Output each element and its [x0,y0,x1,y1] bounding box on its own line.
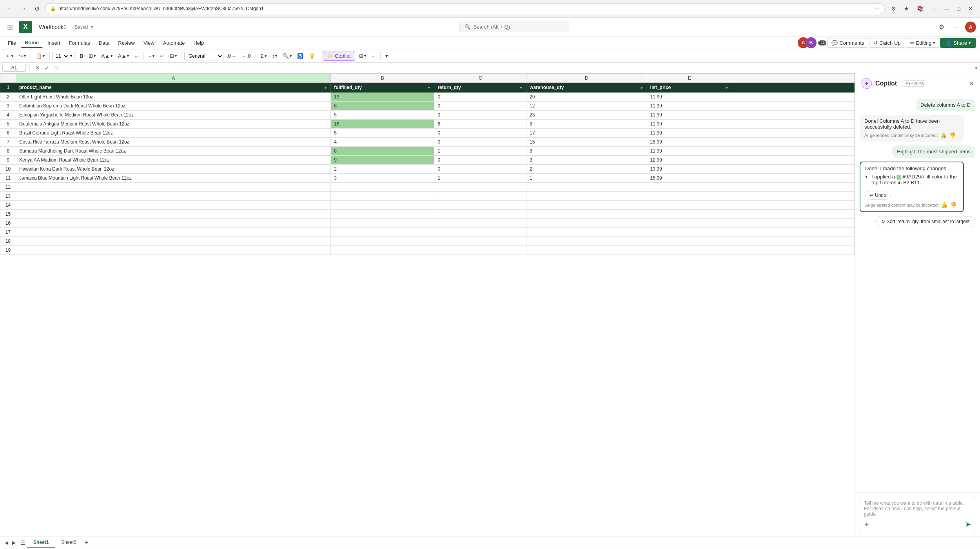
cell-E7[interactable]: 25.99 [647,138,732,147]
cell-A7[interactable]: Costa Rica Tarrazu Medium Roast Whole Be… [16,138,331,147]
cell-D11[interactable]: 1 [526,174,647,183]
col-header-E[interactable]: E [647,74,732,83]
cell-F17[interactable] [732,228,854,237]
cell-D4[interactable]: 23 [526,111,647,120]
cell-D8[interactable]: 8 [526,147,647,156]
view-options-button[interactable]: ⊞▾ [357,52,368,60]
ideas-button[interactable]: 💡 [307,52,318,60]
cell-F19[interactable] [732,246,854,255]
sheet-menu-button[interactable]: ☰ [20,540,25,546]
cell-C6[interactable]: 0 [434,129,526,138]
cell-C12[interactable] [434,183,526,192]
cell-C19[interactable] [434,246,526,255]
cell-A10[interactable]: Hawaiian Kona Dark Roast Whole Bean 12oz [16,165,331,174]
col-header-D[interactable]: D [526,74,647,83]
sum-button[interactable]: Σ▾ [258,52,269,60]
thumbs-down-button-1[interactable]: 👎 [949,132,956,138]
cell-B6[interactable]: 5 [331,129,434,138]
cell-E3[interactable]: 11.99 [647,102,732,111]
col-header-A[interactable]: A [16,74,331,83]
menu-data[interactable]: Data [95,38,113,47]
refresh-button[interactable]: ↺ [32,4,42,14]
cell-B7[interactable]: 4 [331,138,434,147]
cell-C2[interactable]: 0 [434,93,526,102]
cell-A18[interactable] [16,237,331,246]
extensions-button[interactable]: ⚙ [888,4,899,13]
collections-button[interactable]: 📚 [914,4,927,13]
settings-button[interactable]: ⚙ [936,22,947,32]
cell-D10[interactable]: 2 [526,165,647,174]
favorites-button[interactable]: ★ [901,4,912,13]
redo-button[interactable]: ↪▾ [16,52,28,60]
cell-D14[interactable] [526,201,647,210]
cell-A6[interactable]: Brazil Cerrado Light Roast Whole Bean 12… [16,129,331,138]
cell-C9[interactable]: 0 [434,156,526,165]
clipboard-button[interactable]: 📋▾ [33,52,47,60]
fill-color-button[interactable]: A▲▾ [99,52,115,60]
search-box[interactable]: 🔍 [459,22,569,32]
copilot-toolbar-button[interactable]: ✨ Copilot [323,51,355,61]
cell-B12[interactable] [331,183,434,192]
cell-F12[interactable] [732,183,854,192]
cell-B13[interactable] [331,192,434,201]
font-size-select[interactable]: 11121416 [52,52,69,60]
cell-reference-input[interactable] [2,64,26,72]
filter-product-icon[interactable]: ▼ [323,85,327,90]
font-color-button[interactable]: A▲▾ [116,52,132,60]
thumbs-up-button-1[interactable]: 👍 [940,132,947,138]
sheet-nav-left-button[interactable]: ◀ [3,539,10,546]
sheet-tab-sheet1[interactable]: Sheet1 [27,537,55,548]
more-options-button[interactable]: ··· [951,22,962,32]
cell-B9[interactable]: 9 [331,156,434,165]
menu-formulas[interactable]: Formulas [65,38,94,47]
filter-warehouse-icon[interactable]: ▼ [640,85,644,90]
cell-F11[interactable] [732,174,854,183]
cell-C18[interactable] [434,237,526,246]
formula-expand-icon[interactable]: ▾ [975,65,978,71]
cell-D18[interactable] [526,237,647,246]
cell-C7[interactable]: 0 [434,138,526,147]
col-price-header[interactable]: list_price ▼ [647,83,732,93]
cell-F16[interactable] [732,219,854,228]
prompt-guide-button[interactable]: ✦ [864,521,869,528]
sheet-nav-right-button[interactable]: ▶ [11,539,17,546]
thumbs-up-button-2[interactable]: 👍 [941,202,947,208]
col-header-F[interactable] [732,74,854,83]
cell-A17[interactable] [16,228,331,237]
menu-file[interactable]: File [4,38,20,47]
apps-grid-button[interactable]: ⊞ [4,21,16,33]
cell-C10[interactable]: 0 [434,165,526,174]
wrap-button[interactable]: ↵ [158,52,167,60]
cell-B3[interactable]: 8 [331,102,434,111]
cell-A8[interactable]: Sumatra Mandheling Dark Roast Whole Bean… [16,147,331,156]
undo-button[interactable]: ↩▾ [4,52,16,60]
cell-D3[interactable]: 12 [526,102,647,111]
editing-button[interactable]: ✏ Editing ▾ [906,38,940,48]
merge-button[interactable]: ⊟▾ [167,52,179,60]
undo-highlight-button[interactable]: ↩ Undo [865,191,891,200]
cell-D15[interactable] [526,210,647,219]
formula-confirm-button[interactable]: ✓ [43,64,51,72]
number-inc-button[interactable]: ←.0 [239,52,253,60]
cell-A3[interactable]: Colombian Supremo Dark Roast Whole Bean … [16,102,331,111]
cell-B11[interactable]: 3 [331,174,434,183]
more-toolbar-button[interactable]: ··· [369,52,378,60]
cell-A5[interactable]: Guatemala Antigua Medium Roast Whole Bea… [16,120,331,129]
cell-E15[interactable] [647,210,732,219]
sheet-tab-sheet2[interactable]: Sheet2 [55,537,82,548]
cell-E5[interactable]: 11.99 [647,120,732,129]
cell-B8[interactable]: 8 [331,147,434,156]
cell-B10[interactable]: 2 [331,165,434,174]
cell-D6[interactable]: 17 [526,129,647,138]
cell-C5[interactable]: 6 [434,120,526,129]
cell-A13[interactable] [16,192,331,201]
cell-E12[interactable] [647,183,732,192]
thumbs-down-button-2[interactable]: 👎 [950,202,956,208]
cell-F8[interactable] [732,147,854,156]
cell-D5[interactable]: 8 [526,120,647,129]
cell-A15[interactable] [16,210,331,219]
cell-E6[interactable]: 11.99 [647,129,732,138]
formula-cancel-button[interactable]: ✕ [34,64,42,72]
cell-D13[interactable] [526,192,647,201]
cell-B18[interactable] [331,237,434,246]
